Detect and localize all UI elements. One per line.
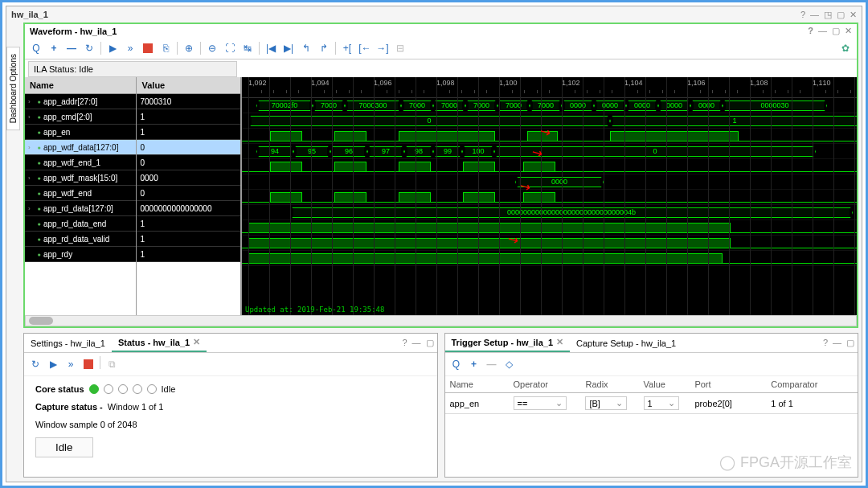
- refresh-icon[interactable]: ↻: [27, 356, 43, 372]
- capture-status-text: Window 1 of 1: [108, 402, 164, 412]
- h-scrollbar[interactable]: [25, 315, 857, 326]
- th-value[interactable]: Value: [639, 376, 690, 393]
- minimize-icon[interactable]: —: [810, 10, 819, 20]
- status-dot: [104, 384, 113, 394]
- radix-dropdown[interactable]: [B]: [585, 396, 626, 410]
- value-dropdown[interactable]: 1: [644, 396, 679, 410]
- th-name[interactable]: Name: [445, 376, 509, 393]
- help-icon[interactable]: ?: [823, 338, 828, 348]
- zoom-in-icon[interactable]: ⊕: [181, 40, 197, 56]
- signal-row[interactable]: ⬥app_wdf_end_1: [25, 155, 136, 170]
- add-icon[interactable]: +: [466, 356, 482, 372]
- maximize-icon[interactable]: ▢: [846, 338, 854, 348]
- minimize-icon[interactable]: —: [412, 338, 421, 348]
- add-icon[interactable]: +: [46, 40, 62, 56]
- cursor-icon[interactable]: ↹: [240, 40, 256, 56]
- search-icon[interactable]: Q: [448, 356, 465, 372]
- trigger-row[interactable]: app_en == [B] 1 probe2[0] 1 of 1: [445, 393, 858, 414]
- stop-icon[interactable]: [80, 356, 96, 372]
- go-first-icon[interactable]: |◀: [263, 40, 279, 56]
- marker-del-icon[interactable]: ⊟: [392, 40, 408, 56]
- time-ruler: 1,0921,0941,0961,0981,1001,1021,1041,106…: [242, 77, 857, 98]
- signal-row[interactable]: ›⬥app_rd_data[127:0]: [25, 201, 136, 216]
- maximize-icon[interactable]: ▢: [832, 26, 840, 36]
- signal-value: 1: [137, 216, 240, 232]
- tab-settings[interactable]: Settings - hw_ila_1: [24, 335, 112, 351]
- signal-row[interactable]: ⬥app_wdf_end: [25, 186, 136, 201]
- tab-trigger-setup[interactable]: Trigger Setup - hw_ila_1✕: [445, 334, 571, 352]
- signal-value: 0: [137, 186, 240, 201]
- waveform-panel: Waveform - hw_ila_1 ? — ▢ ✕ Q + — ↻ ▶ »: [23, 23, 858, 328]
- dashboard-options-tab[interactable]: Dashboard Options: [6, 47, 20, 130]
- minimize-icon[interactable]: —: [818, 26, 827, 36]
- signal-value: 0000: [137, 170, 240, 186]
- signal-row[interactable]: ⬥app_rdy: [25, 247, 136, 262]
- signal-value: 1: [137, 109, 240, 125]
- value-header[interactable]: Value: [137, 77, 240, 94]
- waveform-canvas[interactable]: 1,0921,0941,0961,0981,1001,1021,1041,106…: [242, 77, 857, 315]
- signal-value: 7000310: [137, 94, 240, 109]
- zoom-fit-icon[interactable]: ⛶: [222, 40, 238, 56]
- signal-row[interactable]: ›⬥app_cmd[2:0]: [25, 109, 136, 125]
- tab-capture-setup[interactable]: Capture Setup - hw_ila_1: [570, 335, 682, 351]
- fast-forward-icon[interactable]: »: [122, 40, 138, 56]
- refresh-icon[interactable]: ↻: [81, 40, 97, 56]
- close-icon[interactable]: ✕: [845, 26, 852, 36]
- link-icon[interactable]: ⧉: [104, 356, 120, 372]
- cell-name: app_en: [445, 393, 509, 414]
- th-comparator[interactable]: Comparator: [766, 376, 858, 393]
- idle-button[interactable]: Idle: [35, 437, 93, 457]
- restore-icon[interactable]: ◳: [824, 10, 832, 20]
- stop-icon[interactable]: [140, 40, 156, 56]
- core-status-text: Idle: [162, 384, 176, 394]
- signal-row[interactable]: ⬥app_en: [25, 125, 136, 140]
- next-edge-icon[interactable]: ↱: [316, 40, 332, 56]
- operator-dropdown[interactable]: ==: [514, 396, 567, 410]
- maximize-icon[interactable]: ▢: [426, 338, 434, 348]
- marker-add-icon[interactable]: +[: [339, 40, 355, 56]
- signal-value: 1: [137, 125, 240, 140]
- status-panel: Settings - hw_ila_1 Status - hw_ila_1✕ ?…: [23, 333, 438, 478]
- updated-timestamp: Updated at: 2019-Feb-21 19:35:48: [245, 306, 384, 314]
- sample-text: Window sample 0 of 2048: [35, 420, 137, 429]
- help-icon[interactable]: ?: [800, 10, 805, 20]
- status-dot-active: [89, 384, 99, 394]
- remove-icon[interactable]: —: [63, 40, 80, 56]
- signal-row[interactable]: ›⬥app_wdf_data[127:0]: [25, 140, 136, 155]
- signal-row[interactable]: ›⬥app_addr[27:0]: [25, 94, 136, 109]
- status-dot: [118, 384, 128, 394]
- signal-row[interactable]: ⬥app_rd_data_valid: [25, 232, 136, 247]
- export-icon[interactable]: ⎘: [158, 40, 174, 56]
- play-icon[interactable]: ▶: [45, 356, 61, 372]
- cell-port: probe2[0]: [690, 393, 766, 414]
- signal-row[interactable]: ⬥app_rd_data_end: [25, 216, 136, 232]
- signal-value: 0: [137, 155, 240, 170]
- settings-icon[interactable]: ✿: [837, 40, 854, 56]
- play-icon[interactable]: ▶: [104, 40, 121, 56]
- th-port[interactable]: Port: [690, 376, 766, 393]
- status-dot: [147, 384, 157, 394]
- search-icon[interactable]: Q: [28, 40, 44, 56]
- signal-row[interactable]: ›⬥app_wdf_mask[15:0]: [25, 170, 136, 186]
- go-last-icon[interactable]: ▶|: [280, 40, 297, 56]
- close-icon[interactable]: ✕: [850, 10, 857, 20]
- tab-status[interactable]: Status - hw_ila_1✕: [112, 334, 207, 352]
- help-icon[interactable]: ?: [402, 338, 407, 348]
- zoom-out-icon[interactable]: ⊖: [204, 40, 220, 56]
- marker-next-icon[interactable]: →]: [375, 40, 391, 56]
- close-icon[interactable]: ✕: [193, 337, 200, 347]
- marker-prev-icon[interactable]: [←: [357, 40, 373, 56]
- ila-status: ILA Status: Idle: [28, 61, 237, 77]
- prev-edge-icon[interactable]: ↰: [298, 40, 314, 56]
- remove-icon[interactable]: —: [484, 356, 500, 372]
- th-radix[interactable]: Radix: [580, 376, 638, 393]
- help-icon[interactable]: ?: [808, 26, 813, 36]
- options-icon[interactable]: ◇: [502, 356, 518, 372]
- maximize-icon[interactable]: ▢: [837, 10, 845, 20]
- main-window: hw_ila_1 ? — ◳ ▢ ✕ Dashboard Options Wav…: [6, 6, 862, 482]
- name-header[interactable]: Name: [25, 77, 136, 94]
- minimize-icon[interactable]: —: [833, 338, 841, 348]
- close-icon[interactable]: ✕: [556, 337, 563, 347]
- th-operator[interactable]: Operator: [509, 376, 581, 393]
- fast-forward-icon[interactable]: »: [63, 356, 79, 372]
